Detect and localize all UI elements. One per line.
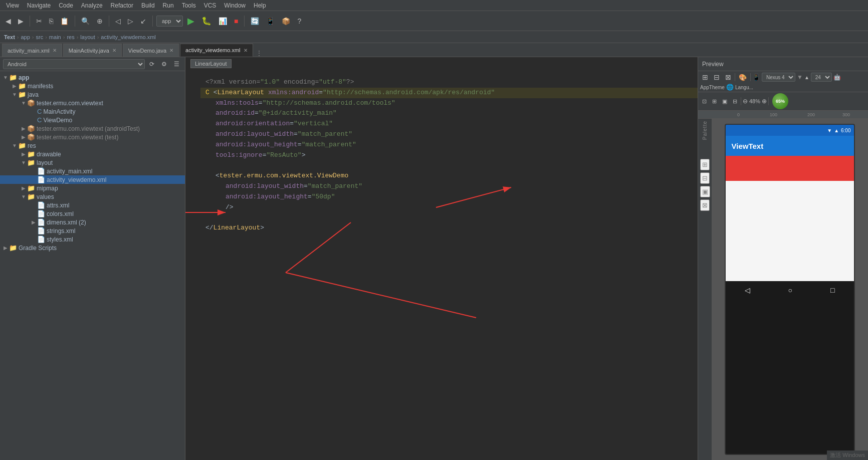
grid-btn[interactable]: ⊞ bbox=[710, 97, 719, 106]
tab-activity-main[interactable]: activity_main.xml ✕ bbox=[2, 44, 62, 57]
copy-button[interactable]: ⎘ bbox=[47, 16, 56, 27]
cut-button[interactable]: ✂ bbox=[34, 16, 45, 27]
line-11: android:layout_width="match_parent" bbox=[205, 181, 698, 192]
menu-vcs[interactable]: VCS bbox=[201, 1, 220, 10]
layout-grid-btn[interactable]: ⊞ bbox=[700, 72, 710, 82]
tree-item-values[interactable]: ▼ 📁 values bbox=[0, 192, 185, 201]
menu-code[interactable]: Code bbox=[56, 1, 76, 10]
breadcrumb-res[interactable]: res bbox=[67, 34, 74, 40]
breadcrumb-text[interactable]: Text bbox=[4, 34, 15, 40]
tab-activity-viewdemo[interactable]: activity_viewdemo.xml ✕ bbox=[180, 44, 253, 57]
tree-arrow-androidtest: ▶ bbox=[20, 126, 27, 131]
menu-window[interactable]: Window bbox=[221, 1, 249, 10]
tree-item-colors[interactable]: ▶ 📄 colors.xml bbox=[0, 209, 185, 218]
tree-item-strings[interactable]: ▶ 📄 strings.xml bbox=[0, 226, 185, 235]
zoom-out-btn[interactable]: ▣ bbox=[720, 97, 729, 106]
menu-build[interactable]: Build bbox=[138, 1, 158, 10]
tree-item-res[interactable]: ▼ 📁 res bbox=[0, 141, 185, 150]
menu-refactor[interactable]: Refactor bbox=[108, 1, 136, 10]
device-combo[interactable]: Nexus 4 bbox=[762, 73, 795, 82]
profile-button[interactable]: 📊 bbox=[216, 16, 230, 27]
down-button[interactable]: ↙ bbox=[138, 16, 149, 27]
tree-item-dimens[interactable]: ▶ 📄 dimens.xml (2) bbox=[0, 218, 185, 226]
run-config-combo[interactable]: app bbox=[156, 16, 183, 27]
tree-label-styles: styles.xml bbox=[47, 236, 73, 243]
layout-split-btn[interactable]: ⊠ bbox=[723, 72, 733, 82]
tree-item-mipmap[interactable]: ▶ 📁 mipmap bbox=[0, 184, 185, 192]
tab-mainactivity-close[interactable]: ✕ bbox=[112, 48, 116, 53]
find-button[interactable]: 🔍 bbox=[79, 16, 92, 27]
tree-label-manifests: manifests bbox=[28, 83, 53, 90]
tab-viewdemo[interactable]: ViewDemo.java ✕ bbox=[123, 44, 179, 57]
help-icon-button[interactable]: ? bbox=[295, 16, 304, 27]
menu-help[interactable]: Help bbox=[251, 1, 269, 10]
api-combo[interactable]: 24 bbox=[811, 73, 832, 82]
find2-button[interactable]: ⊕ bbox=[94, 16, 105, 27]
paint-btn[interactable]: 🎨 bbox=[737, 73, 749, 82]
prev-button[interactable]: ◁ bbox=[113, 16, 123, 27]
tree-item-activity-viewdemo[interactable]: ▶ 📄 activity_viewdemo.xml bbox=[0, 175, 185, 184]
stop-button[interactable]: ■ bbox=[232, 16, 241, 27]
preview-toolbar-top: ⊞ ⊟ ⊠ 🎨 📱 Nexus 4 ▼ ▲ 24 🤖 AppTheme 🌐 La… bbox=[698, 71, 868, 92]
tree-item-layout[interactable]: ▼ 📁 layout bbox=[0, 158, 185, 167]
manifests-icon: 📁 bbox=[18, 82, 26, 90]
fit-btn[interactable]: ⊟ bbox=[731, 97, 739, 106]
tree-item-viewdemo[interactable]: ▶ C ViewDemo bbox=[0, 116, 185, 124]
menu-tools[interactable]: Tools bbox=[179, 1, 199, 10]
paste-button[interactable]: 📋 bbox=[58, 16, 71, 27]
phone-nav-bar: ◁ ○ □ bbox=[726, 281, 854, 299]
tree-item-mainactivity[interactable]: ▶ C MainActivity bbox=[0, 107, 185, 116]
forward-button[interactable]: ▶ bbox=[16, 16, 26, 27]
editor-content[interactable]: <?xml version="1.0" encoding="utf-8"?> C… bbox=[185, 57, 698, 460]
tab-activity-main-close[interactable]: ✕ bbox=[53, 48, 57, 53]
palette-btn-2[interactable]: ⊟ bbox=[700, 172, 710, 184]
tree-item-attrs[interactable]: ▶ 📄 attrs.xml bbox=[0, 201, 185, 209]
tree-item-manifests[interactable]: ▶ 📁 manifests bbox=[0, 82, 185, 90]
tree-item-test[interactable]: ▶ 📦 tester.ermu.com.viewtext (test) bbox=[0, 133, 185, 141]
tab-mainactivity[interactable]: MainActivity.java ✕ bbox=[63, 44, 122, 57]
sync-icon[interactable]: ⟳ bbox=[147, 59, 157, 69]
android-dropdown[interactable]: Android bbox=[3, 59, 145, 69]
tree-item-styles[interactable]: ▶ 📄 styles.xml bbox=[0, 235, 185, 244]
preview-header: Preview bbox=[698, 57, 868, 71]
avd-button[interactable]: 📱 bbox=[264, 16, 277, 27]
run-button[interactable]: ▶ bbox=[185, 14, 197, 28]
back-button[interactable]: ◀ bbox=[3, 16, 14, 27]
layout-design-btn[interactable]: ⊟ bbox=[712, 72, 722, 82]
breadcrumb-src[interactable]: src bbox=[36, 34, 44, 40]
breadcrumb-main[interactable]: main bbox=[49, 34, 61, 40]
menu-view[interactable]: View bbox=[3, 1, 22, 10]
tree-item-androidtest[interactable]: ▶ 📦 tester.ermu.com.viewtext (androidTes… bbox=[0, 124, 185, 133]
debug-button[interactable]: 🐛 bbox=[199, 15, 214, 27]
tree-item-drawable[interactable]: ▶ 📁 drawable bbox=[0, 150, 185, 158]
breadcrumb-file[interactable]: activity_viewdemo.xml bbox=[101, 34, 155, 40]
tree-label-test: tester.ermu.com.viewtext (test) bbox=[37, 134, 118, 141]
chevron-down-icon: ▼ bbox=[797, 74, 803, 81]
tree-item-package-viewtext[interactable]: ▼ 📦 tester.ermu.com.viewtext bbox=[0, 99, 185, 107]
tab-viewdemo-close[interactable]: ✕ bbox=[169, 48, 173, 53]
menu-navigate[interactable]: Navigate bbox=[24, 1, 54, 10]
eye-btn[interactable]: ⊡ bbox=[700, 97, 709, 106]
tab-activity-viewdemo-close[interactable]: ✕ bbox=[244, 48, 248, 53]
next-button[interactable]: ▷ bbox=[125, 16, 136, 27]
tree-item-activity-main[interactable]: ▶ 📄 activity_main.xml bbox=[0, 167, 185, 175]
palette-btn-4[interactable]: ⊠ bbox=[700, 199, 710, 211]
menu-analyze[interactable]: Analyze bbox=[78, 1, 106, 10]
palette-btn-1[interactable]: ⊞ bbox=[700, 159, 710, 170]
menu-run[interactable]: Run bbox=[160, 1, 177, 10]
breadcrumb-app[interactable]: app bbox=[21, 34, 30, 40]
tree-item-java[interactable]: ▼ 📁 java bbox=[0, 90, 185, 99]
settings-icon[interactable]: ⚙ bbox=[159, 59, 169, 69]
filter-icon[interactable]: ☰ bbox=[171, 59, 182, 69]
palette-btn-3[interactable]: ▣ bbox=[700, 186, 710, 197]
tree-arrow-res: ▼ bbox=[11, 143, 18, 148]
tree-item-gradle[interactable]: ▶ 📁 Gradle Scripts bbox=[0, 244, 185, 252]
tree-arrow-layout: ▼ bbox=[20, 160, 27, 165]
tree-item-app[interactable]: ▼ 📁 app bbox=[0, 73, 185, 82]
breadcrumb-layout[interactable]: layout bbox=[80, 34, 95, 40]
main-layout: Android ⟳ ⚙ ☰ ▼ 📁 app ▶ 📁 manifests ▼ bbox=[0, 57, 868, 460]
tab-overflow[interactable]: ⋮ bbox=[254, 50, 264, 57]
sdk-button[interactable]: 📦 bbox=[279, 16, 293, 27]
sidebar: Android ⟳ ⚙ ☰ ▼ 📁 app ▶ 📁 manifests ▼ bbox=[0, 57, 185, 460]
sync-button[interactable]: 🔄 bbox=[248, 16, 262, 27]
